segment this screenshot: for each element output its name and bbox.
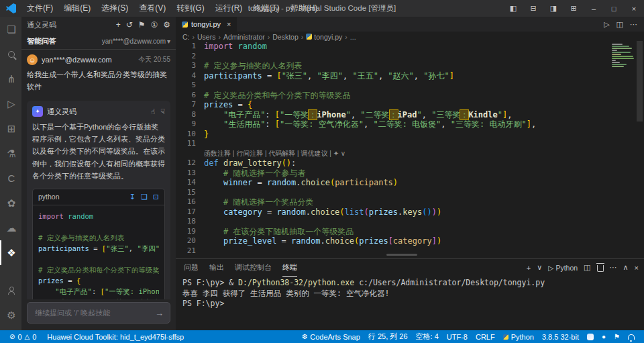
terminal-output[interactable]: PS F:\py> & D:/Python38-32/python.exe c:… bbox=[176, 276, 644, 311]
problems-indicator[interactable]: ⊘ 0 △ 0 bbox=[5, 330, 40, 343]
menu-item[interactable]: 选择(S) bbox=[96, 0, 133, 17]
chat-message-list[interactable]: ☺ yan****@dzwww.com 今天 20:55 给我生成一个带人名和奖… bbox=[21, 49, 176, 299]
minimize-icon[interactable]: – bbox=[584, 0, 604, 17]
codelens-ai-icon[interactable]: ✦ bbox=[333, 150, 339, 157]
source-control-icon[interactable]: ⋔ bbox=[0, 66, 21, 91]
code-line[interactable]: 9 "生活用品": ["一等奖: 空气净化器", "二等奖: 电饭煲", "三等… bbox=[176, 119, 631, 130]
chat-input-box[interactable]: → bbox=[27, 302, 170, 324]
code-line[interactable]: 18 bbox=[176, 217, 631, 227]
eol-sequence[interactable]: CRLF bbox=[472, 330, 499, 343]
cursor-position[interactable]: 行 25, 列 26 bbox=[364, 330, 412, 343]
maximize-icon[interactable]: □ bbox=[604, 0, 624, 17]
open-in-editor-icon[interactable]: ⊡ bbox=[153, 193, 159, 201]
settings-icon[interactable]: ⚙ bbox=[163, 21, 170, 29]
breadcrumb-item[interactable]: C: bbox=[182, 33, 190, 41]
run-debug-icon[interactable]: ▷ bbox=[0, 91, 21, 116]
more-actions-icon[interactable]: ⋯ bbox=[630, 20, 637, 29]
encoding[interactable]: UTF-8 bbox=[443, 330, 472, 343]
codegeex-status-icon[interactable]: ● bbox=[598, 330, 610, 343]
close-tab-icon[interactable]: × bbox=[227, 20, 231, 28]
account-icon[interactable] bbox=[0, 278, 21, 303]
more-terminal-icon[interactable]: ⋯ bbox=[610, 263, 617, 272]
huawei-cloud-toolkit-status[interactable]: Huawei Cloud Toolkit: hid_t_eyd475l-sffs… bbox=[43, 330, 188, 343]
python-interpreter[interactable]: 3.8.5 32-bit bbox=[538, 330, 583, 343]
editor-scrollbar[interactable] bbox=[637, 41, 643, 121]
copy-code-icon[interactable]: ❏ bbox=[141, 193, 148, 201]
code-line[interactable]: 2 bbox=[176, 52, 631, 62]
language-mode[interactable]: Python bbox=[499, 330, 538, 343]
menu-item[interactable]: 转到(G) bbox=[171, 0, 209, 17]
menu-item[interactable]: 运行(R) bbox=[210, 0, 248, 17]
codelens-action[interactable]: 函数注释 bbox=[204, 150, 231, 157]
code-line[interactable]: 1import random bbox=[176, 42, 631, 52]
toggle-primary-sidebar-icon[interactable]: ◧ bbox=[503, 0, 523, 17]
panel-tab-终端[interactable]: 终端 bbox=[282, 259, 297, 277]
maximize-panel-icon[interactable]: ∧ bbox=[623, 263, 629, 272]
minimap[interactable] bbox=[612, 44, 635, 68]
close-window-icon[interactable]: × bbox=[624, 0, 644, 17]
codelens-chevron-icon[interactable]: ∨ bbox=[339, 150, 345, 157]
breadcrumb-item[interactable]: Administrator bbox=[223, 33, 265, 41]
codelens-action[interactable]: 代码解释 bbox=[268, 150, 295, 157]
code-line[interactable]: 15 bbox=[176, 188, 631, 198]
customize-layout-icon[interactable]: ⊞ bbox=[564, 0, 584, 17]
tab-smart-qa[interactable]: 智能问答 bbox=[27, 36, 56, 46]
close-panel-icon[interactable]: × bbox=[635, 264, 639, 272]
split-editor-icon[interactable]: ◫ bbox=[616, 20, 623, 29]
code-line[interactable]: 17 category = random.choice(list(prizes.… bbox=[176, 207, 631, 217]
code-line[interactable]: 11 bbox=[176, 139, 631, 149]
tongyi-status-icon[interactable] bbox=[583, 330, 598, 343]
indentation[interactable]: 空格: 4 bbox=[412, 330, 443, 343]
tongyi-lingma-icon[interactable]: ❖ bbox=[0, 240, 21, 265]
tab-tongyi-py[interactable]: tongyi.py × bbox=[176, 17, 237, 32]
run-python-file-icon[interactable]: ▷ bbox=[604, 20, 609, 29]
new-chat-icon[interactable]: + bbox=[116, 21, 121, 29]
huawei-icon[interactable]: ✿ bbox=[0, 191, 21, 215]
thumbs-down-icon[interactable]: ☟ bbox=[160, 107, 165, 116]
explorer-icon[interactable]: ❏ bbox=[0, 17, 21, 42]
new-terminal-icon[interactable]: + bbox=[527, 264, 531, 272]
panel-tab-问题[interactable]: 问题 bbox=[184, 259, 199, 277]
breadcrumb-item[interactable]: ... bbox=[350, 33, 356, 41]
breadcrumb-item[interactable]: Users bbox=[197, 33, 215, 41]
panel-tab-调试控制台[interactable]: 调试控制台 bbox=[235, 259, 272, 277]
history-icon[interactable]: ↺ bbox=[126, 21, 133, 29]
codelens-action[interactable]: 调优建议 bbox=[301, 150, 327, 157]
code-line[interactable]: 5 bbox=[176, 81, 631, 91]
code-line[interactable]: 16 # 随机选择一个奖品分类 bbox=[176, 197, 631, 207]
code-line[interactable]: 6# 定义奖品分类和每个分类下的等级奖品 bbox=[176, 91, 631, 101]
help-icon[interactable]: ① bbox=[150, 21, 158, 29]
feedback-flag-icon[interactable]: ⚑ bbox=[610, 330, 624, 343]
menu-item[interactable]: 文件(F) bbox=[21, 0, 58, 17]
code-editor[interactable]: 1import random2 3# 定义参与抽奖的人名列表4participa… bbox=[176, 42, 631, 258]
settings-gear-icon[interactable]: ⚙ bbox=[0, 303, 21, 328]
extensions-icon[interactable]: ⊞ bbox=[0, 116, 21, 141]
menu-item[interactable]: 编辑(E) bbox=[58, 0, 96, 17]
code-line[interactable]: 14 winner = random.choice(participants) bbox=[176, 178, 631, 188]
split-terminal-icon[interactable]: ◫ bbox=[584, 263, 590, 272]
editor-hscrollbar[interactable] bbox=[386, 254, 417, 256]
python-terminal-profile[interactable]: ▷Python bbox=[548, 264, 578, 272]
panel-tab-输出[interactable]: 输出 bbox=[209, 259, 224, 277]
notifications-bell-icon[interactable] bbox=[624, 330, 639, 343]
code-line[interactable]: 7prizes = { bbox=[176, 100, 631, 110]
menu-item[interactable]: 查看(V) bbox=[133, 0, 171, 17]
thumbs-up-icon[interactable]: ☝ bbox=[151, 107, 156, 116]
codearts-snap[interactable]: ❆CodeArts Snap bbox=[298, 330, 364, 343]
code-line[interactable]: 4participants = ["张三", "李四", "王五", "赵六",… bbox=[176, 71, 631, 81]
toggle-panel-icon[interactable]: ⊟ bbox=[523, 0, 543, 17]
breadcrumb-item[interactable]: Desktop bbox=[272, 33, 299, 41]
code-line[interactable]: 20 prize_level = random.choice(prizes[ca… bbox=[176, 236, 631, 246]
feedback-icon[interactable]: ⚑ bbox=[138, 21, 146, 29]
search-icon[interactable] bbox=[0, 42, 21, 66]
huawei-cloud-icon[interactable]: ☁ bbox=[0, 215, 21, 240]
code-line[interactable]: 3# 定义参与抽奖的人名列表 bbox=[176, 61, 631, 71]
insert-code-icon[interactable]: ↧ bbox=[129, 193, 136, 201]
code-line[interactable]: 8 "电子产品": ["一等奖：iPhone", "二等奖：iPad", "三等… bbox=[176, 110, 631, 120]
send-icon[interactable]: → bbox=[155, 308, 164, 318]
codegeex-icon[interactable]: C bbox=[0, 166, 21, 191]
terminal-dropdown-icon[interactable]: ∨ bbox=[537, 263, 542, 272]
code-line[interactable]: 13 # 随机选择一个参与者 bbox=[176, 168, 631, 179]
chat-input[interactable] bbox=[34, 308, 155, 317]
code-line[interactable]: 12def draw_lottery(): bbox=[176, 158, 631, 168]
